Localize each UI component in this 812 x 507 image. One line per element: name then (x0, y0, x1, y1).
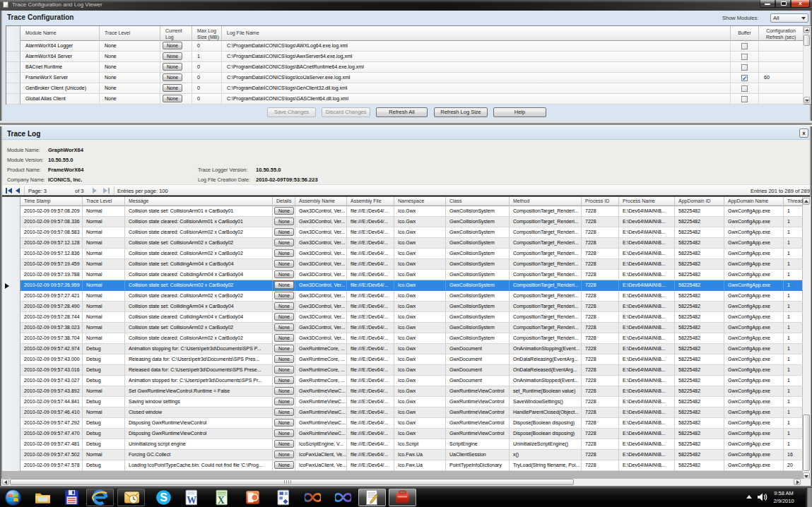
svg-text:W: W (187, 495, 196, 506)
svg-text:X: X (218, 495, 225, 506)
svg-text:S: S (160, 491, 167, 503)
